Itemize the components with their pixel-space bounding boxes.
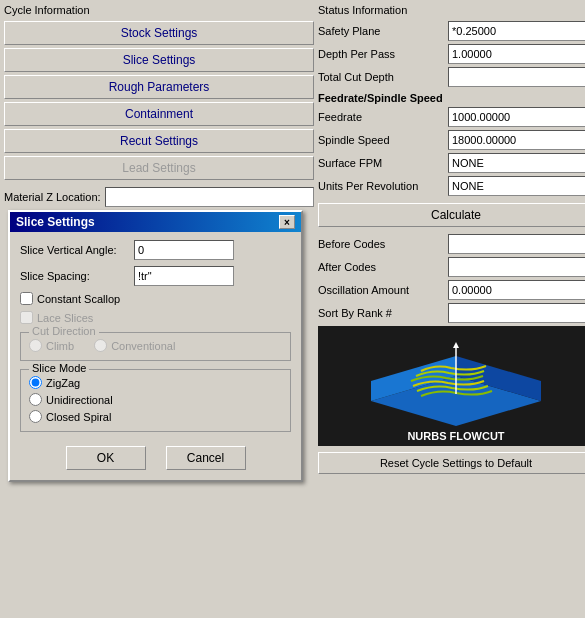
climb-radio (29, 339, 42, 352)
units-per-rev-input[interactable] (448, 176, 585, 196)
climb-label: Climb (46, 340, 74, 352)
spindle-speed-label: Spindle Speed (318, 134, 448, 146)
material-z-label: Material Z Location: (4, 191, 101, 203)
depth-per-pass-input[interactable] (448, 44, 585, 64)
slice-settings-btn[interactable]: Slice Settings (4, 48, 314, 72)
rough-params-btn[interactable]: Rough Parameters (4, 75, 314, 99)
safety-plane-label: Safety Plane (318, 25, 448, 37)
spindle-speed-input[interactable] (448, 130, 585, 150)
ok-btn[interactable]: OK (66, 446, 146, 470)
sort-by-rank-input[interactable] (448, 303, 585, 323)
closed-spiral-option: Closed Spiral (29, 410, 282, 423)
recut-settings-btn[interactable]: Recut Settings (4, 129, 314, 153)
slice-spacing-input[interactable] (134, 266, 234, 286)
depth-per-pass-row: Depth Per Pass (318, 44, 585, 64)
oscillation-row: Oscillation Amount (318, 280, 585, 300)
nurbs-label: NURBS FLOWCUT (318, 430, 585, 442)
climb-radio-row: Climb (29, 339, 74, 352)
conventional-radio-row: Conventional (94, 339, 175, 352)
safety-plane-row: Safety Plane (318, 21, 585, 41)
spindle-speed-row: Spindle Speed (318, 130, 585, 150)
modal-body: Slice Vertical Angle: Slice Spacing: Con… (10, 232, 301, 440)
lace-slices-checkbox (20, 311, 33, 324)
slice-mode-group: Slice Mode ZigZag Unidirectional Closed … (20, 369, 291, 432)
status-form: Safety Plane Depth Per Pass Total Cut De… (318, 21, 585, 196)
modal-title: Slice Settings (16, 215, 95, 229)
cancel-btn[interactable]: Cancel (166, 446, 246, 470)
conventional-label: Conventional (111, 340, 175, 352)
unidirectional-option: Unidirectional (29, 393, 282, 406)
slice-settings-modal: Slice Settings × Slice Vertical Angle: S… (8, 210, 303, 482)
modal-footer: OK Cancel (10, 440, 301, 480)
feedrate-label: Feedrate (318, 111, 448, 123)
cut-direction-title: Cut Direction (29, 325, 99, 337)
closed-spiral-radio[interactable] (29, 410, 42, 423)
nurbs-svg (318, 326, 585, 446)
surface-fpm-input[interactable] (448, 153, 585, 173)
total-cut-depth-row: Total Cut Depth (318, 67, 585, 87)
before-codes-input[interactable] (448, 234, 585, 254)
lead-settings-btn: Lead Settings (4, 156, 314, 180)
status-info-label: Status Information (318, 4, 585, 16)
zigzag-label: ZigZag (46, 377, 80, 389)
slice-vertical-angle-input[interactable] (134, 240, 234, 260)
unidirectional-label: Unidirectional (46, 394, 113, 406)
depth-per-pass-label: Depth Per Pass (318, 48, 448, 60)
containment-btn[interactable]: Containment (4, 102, 314, 126)
material-z-row: Material Z Location: (4, 187, 314, 207)
constant-scallop-row: Constant Scallop (20, 292, 291, 305)
cut-direction-radio-group: Climb Conventional (29, 339, 282, 352)
conventional-radio (94, 339, 107, 352)
feedrate-spindle-label: Feedrate/Spindle Speed (318, 92, 585, 104)
surface-fpm-row: Surface FPM (318, 153, 585, 173)
material-z-input[interactable] (105, 187, 314, 207)
lace-slices-row: Lace Slices (20, 311, 291, 324)
oscillation-input[interactable] (448, 280, 585, 300)
lace-slices-label: Lace Slices (37, 312, 93, 324)
slice-spacing-row: Slice Spacing: (20, 266, 291, 286)
units-per-rev-row: Units Per Revolution (318, 176, 585, 196)
surface-fpm-label: Surface FPM (318, 157, 448, 169)
after-codes-input[interactable] (448, 257, 585, 277)
zigzag-radio[interactable] (29, 376, 42, 389)
slice-vertical-angle-row: Slice Vertical Angle: (20, 240, 291, 260)
sort-by-rank-row: Sort By Rank # (318, 303, 585, 323)
zigzag-option: ZigZag (29, 376, 282, 389)
nurbs-preview: NURBS FLOWCUT (318, 326, 585, 446)
sort-by-rank-label: Sort By Rank # (318, 307, 448, 319)
slice-mode-title: Slice Mode (29, 362, 89, 374)
slice-spacing-label: Slice Spacing: (20, 270, 130, 282)
after-codes-row: After Codes (318, 257, 585, 277)
constant-scallop-label: Constant Scallop (37, 293, 120, 305)
feedrate-row: Feedrate (318, 107, 585, 127)
after-codes-label: After Codes (318, 261, 448, 273)
cut-direction-group: Cut Direction Climb Conventional (20, 332, 291, 361)
stock-settings-btn[interactable]: Stock Settings (4, 21, 314, 45)
total-cut-depth-label: Total Cut Depth (318, 71, 448, 83)
modal-titlebar: Slice Settings × (10, 212, 301, 232)
right-panel: Status Information Safety Plane Depth Pe… (318, 4, 585, 614)
total-cut-depth-input[interactable] (448, 67, 585, 87)
constant-scallop-checkbox[interactable] (20, 292, 33, 305)
unidirectional-radio[interactable] (29, 393, 42, 406)
cycle-info-label: Cycle Information (4, 4, 314, 16)
reset-btn[interactable]: Reset Cycle Settings to Default (318, 452, 585, 474)
closed-spiral-label: Closed Spiral (46, 411, 111, 423)
calculate-btn[interactable]: Calculate (318, 203, 585, 227)
units-per-rev-label: Units Per Revolution (318, 180, 448, 192)
feedrate-input[interactable] (448, 107, 585, 127)
oscillation-label: Oscillation Amount (318, 284, 448, 296)
before-codes-label: Before Codes (318, 238, 448, 250)
modal-close-btn[interactable]: × (279, 215, 295, 229)
safety-plane-input[interactable] (448, 21, 585, 41)
before-codes-row: Before Codes (318, 234, 585, 254)
slice-vertical-angle-label: Slice Vertical Angle: (20, 244, 130, 256)
